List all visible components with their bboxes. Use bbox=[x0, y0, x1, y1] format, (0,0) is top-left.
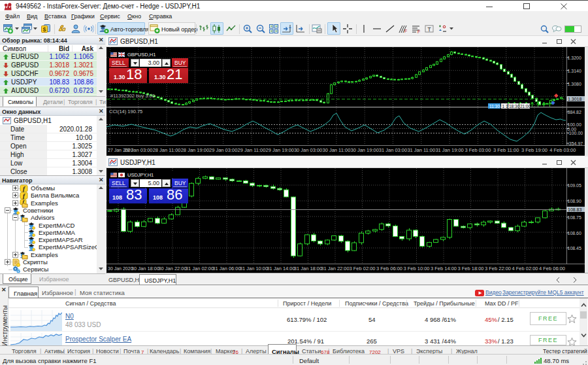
svg-text:29 Jan 19:00: 29 Jan 19:00 bbox=[266, 147, 294, 153]
svg-text:11:30: 11:30 bbox=[489, 104, 500, 109]
svg-text:3 Feb 02:00: 3 Feb 02:00 bbox=[349, 266, 375, 271]
svg-text:30 Jan 2020: 30 Jan 2020 bbox=[108, 266, 133, 271]
svg-text:29 Jan 03:00: 29 Jan 03:00 bbox=[209, 147, 237, 153]
svg-text:ExpertMAPSAR: ExpertMAPSAR bbox=[39, 236, 83, 243]
svg-text:31 Jan 18:00: 31 Jan 18:00 bbox=[294, 266, 322, 271]
svg-text:31 Jan 22:00: 31 Jan 22:00 bbox=[321, 266, 349, 271]
svg-text:Билла Вильямса: Билла Вильямса bbox=[31, 192, 80, 199]
svg-text:1.3080: 1.3080 bbox=[568, 82, 582, 86]
svg-text:30 Jan 22:00: 30 Jan 22:00 bbox=[158, 266, 186, 271]
svg-text:384.82: 384.82 bbox=[568, 110, 582, 114]
svg-text:28 Jan 19:00: 28 Jan 19:00 bbox=[181, 147, 209, 153]
svg-text:30 Jan 03:00: 30 Jan 03:00 bbox=[294, 147, 322, 153]
svg-text:1.3200: 1.3200 bbox=[568, 56, 582, 60]
svg-text:Объемы: Объемы bbox=[31, 184, 55, 192]
svg-text:3 Feb 10:00: 3 Feb 10:00 bbox=[403, 266, 429, 271]
svg-text:#11392302 buy 3.00: #11392302 buy 3.00 bbox=[110, 93, 155, 99]
svg-text:3 Feb 11:00: 3 Feb 11:00 bbox=[493, 147, 519, 153]
svg-text:ExpertMAPSARSizeOptim: ExpertMAPSARSizeOptim bbox=[39, 243, 97, 251]
svg-text:31 Jan 02:00: 31 Jan 02:00 bbox=[186, 266, 214, 271]
svg-text:30 Jan 11:00: 30 Jan 11:00 bbox=[322, 147, 350, 153]
svg-text:28 Jan 11:00: 28 Jan 11:00 bbox=[153, 147, 181, 153]
svg-text:$: $ bbox=[42, 26, 46, 33]
svg-text:21:00: 21:00 bbox=[520, 104, 531, 109]
svg-text:1.3140: 1.3140 bbox=[568, 69, 582, 73]
svg-text:1.3018: 1.3018 bbox=[568, 97, 582, 101]
svg-text:ExpertMACD: ExpertMACD bbox=[39, 222, 75, 229]
svg-text:28 Jan 03:00: 28 Jan 03:00 bbox=[124, 147, 152, 153]
svg-text:31 Jan 11:00: 31 Jan 11:00 bbox=[407, 147, 435, 153]
svg-text:Examples: Examples bbox=[31, 251, 58, 258]
svg-text:3 Feb 19:00: 3 Feb 19:00 bbox=[521, 147, 547, 153]
svg-text:108.75: 108.75 bbox=[568, 215, 582, 220]
svg-text:F: F bbox=[417, 29, 420, 34]
svg-text:31 Jan 14:00: 31 Jan 14:00 bbox=[267, 266, 295, 271]
svg-text:31 Jan 06:00: 31 Jan 06:00 bbox=[212, 266, 240, 271]
svg-text:31 Jan 03:00: 31 Jan 03:00 bbox=[379, 147, 407, 153]
svg-text:108.90: 108.90 bbox=[568, 199, 582, 203]
svg-text:30 Jan 19:00: 30 Jan 19:00 bbox=[351, 147, 379, 153]
svg-text:3 Feb 03:00: 3 Feb 03:00 bbox=[465, 147, 491, 153]
svg-text:109.05: 109.05 bbox=[568, 183, 582, 188]
svg-text:ExpertMAMA: ExpertMAMA bbox=[39, 229, 76, 236]
svg-text:1 1: 1 1 bbox=[502, 104, 508, 109]
svg-text:18:30: 18:30 bbox=[509, 104, 520, 109]
svg-text:29 Jan 11:00: 29 Jan 11:00 bbox=[238, 147, 266, 153]
svg-text:Сервисы: Сервисы bbox=[23, 266, 49, 273]
svg-text:Examples: Examples bbox=[31, 200, 58, 207]
svg-text:3 Feb 14:00: 3 Feb 14:00 bbox=[431, 266, 457, 271]
svg-text:3 Feb 18:00: 3 Feb 18:00 bbox=[457, 266, 483, 271]
svg-text:108.60: 108.60 bbox=[568, 231, 582, 235]
svg-text:3 Feb 06:00: 3 Feb 06:00 bbox=[376, 266, 402, 271]
svg-text:Скрипты: Скрипты bbox=[23, 258, 48, 266]
svg-text:3 Feb 22:00: 3 Feb 22:00 bbox=[485, 266, 511, 271]
svg-text:-354.97: -354.97 bbox=[568, 141, 583, 146]
svg-text:F: F bbox=[404, 29, 407, 33]
svg-text:108.45: 108.45 bbox=[568, 246, 582, 251]
svg-text:Советники: Советники bbox=[23, 207, 53, 214]
svg-text:4 Feb 02:00: 4 Feb 02:00 bbox=[512, 266, 538, 271]
svg-text:4 Feb 03:00: 4 Feb 03:00 bbox=[549, 147, 576, 153]
svg-text:4 Feb 06:00: 4 Feb 06:00 bbox=[539, 266, 565, 271]
svg-text:31 Jan 19:00: 31 Jan 19:00 bbox=[435, 147, 463, 153]
svg-text:T: T bbox=[427, 26, 431, 33]
svg-text:108.83: 108.83 bbox=[568, 207, 582, 212]
svg-text:-100.00: -100.00 bbox=[568, 131, 583, 135]
svg-text:Advisors: Advisors bbox=[31, 214, 55, 221]
svg-text:31 Jan 10:00: 31 Jan 10:00 bbox=[240, 266, 268, 271]
svg-text:30 Jan 18:00: 30 Jan 18:00 bbox=[131, 266, 159, 271]
svg-text:CCI(14) 190.75: CCI(14) 190.75 bbox=[109, 109, 142, 114]
